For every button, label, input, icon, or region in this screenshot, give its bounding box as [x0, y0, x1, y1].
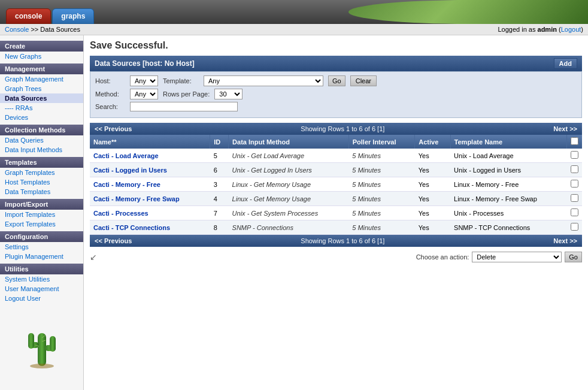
data-sources-table: Name** ID Data Input Method Poller Inter… [90, 135, 582, 235]
cell-active: Yes [415, 163, 450, 177]
showing-label-bottom: Showing Rows 1 to 6 of 6 [1] [301, 237, 384, 244]
cell-active: Yes [415, 192, 450, 206]
data-source-link[interactable]: Cacti - TCP Connections [93, 224, 170, 231]
search-label: Search: [95, 103, 125, 110]
cell-checkbox[interactable] [567, 163, 583, 177]
host-label: Host: [95, 77, 125, 84]
next-button-top[interactable]: Next >> [553, 125, 577, 132]
breadcrumb-console-link[interactable]: Console [5, 26, 29, 33]
sidebar-item-user-management[interactable]: User Management [0, 284, 83, 294]
main-content: Save Successful. Data Sources [host: No … [84, 35, 588, 390]
sidebar-item-graph-management[interactable]: Graph Management [0, 74, 83, 84]
cactus-icon [21, 315, 63, 369]
logged-in-label: Logged in as [498, 26, 535, 33]
cell-checkbox[interactable] [567, 177, 583, 192]
template-select[interactable]: Any [204, 75, 323, 86]
data-source-link[interactable]: Cacti - Load Average [93, 152, 159, 159]
prev-button-top[interactable]: << Previous [95, 125, 132, 132]
method-select[interactable]: Any [130, 89, 158, 99]
row-checkbox[interactable] [571, 208, 578, 216]
save-message: Save Successful. [90, 40, 582, 51]
col-interval: Poller Interval [348, 135, 415, 149]
sidebar-item-data-queries[interactable]: Data Queries [0, 135, 83, 145]
cell-id: 8 [210, 220, 229, 235]
cell-checkbox[interactable] [567, 192, 583, 206]
col-checkbox[interactable] [567, 135, 583, 149]
data-source-link[interactable]: Cacti - Logged in Users [93, 167, 167, 174]
next-button-bottom[interactable]: Next >> [553, 237, 577, 244]
col-method: Data Input Method [229, 135, 349, 149]
cell-checkbox[interactable] [567, 220, 583, 235]
row-checkbox[interactable] [571, 180, 578, 188]
ds-header-title: Data Sources [host: No Host] [95, 59, 195, 68]
row-checkbox[interactable] [571, 223, 578, 231]
row-checkbox[interactable] [571, 151, 578, 159]
header: console graphs [0, 0, 588, 24]
cell-interval: 5 Minutes [348, 192, 415, 206]
sidebar-item-data-input-methods[interactable]: Data Input Methods [0, 145, 83, 155]
username: admin [538, 26, 557, 33]
go-button-top[interactable]: Go [328, 75, 345, 86]
breadcrumb-current: Data Sources [40, 26, 80, 33]
clear-button[interactable]: Clear [350, 75, 377, 86]
cell-method: SNMP - Connections [229, 220, 349, 235]
sidebar-item-plugin-management[interactable]: Plugin Management [0, 252, 83, 261]
sidebar-item-logout-user[interactable]: Logout User [0, 294, 83, 303]
sidebar-item-graph-trees[interactable]: Graph Trees [0, 84, 83, 93]
search-input[interactable] [130, 102, 238, 111]
cell-id: 3 [210, 177, 229, 192]
corner-tool-icon[interactable]: ↙ [90, 252, 97, 262]
cell-name: Cacti - Memory - Free Swap [90, 192, 210, 206]
svg-rect-2 [28, 333, 34, 349]
sidebar-section-templates: Templates [0, 157, 83, 168]
cell-method: Unix - Get Logged In Users [229, 163, 349, 177]
sidebar-item-rras[interactable]: ---- RRAs [0, 103, 83, 113]
add-button[interactable]: Add [554, 58, 577, 69]
tab-console[interactable]: console [6, 8, 51, 24]
sidebar-item-devices[interactable]: Devices [0, 113, 83, 122]
sidebar-item-data-sources[interactable]: Data Sources [0, 93, 83, 103]
sidebar-item-host-templates[interactable]: Host Templates [0, 177, 83, 187]
cell-checkbox[interactable] [567, 149, 583, 163]
table-header: Name** ID Data Input Method Poller Inter… [90, 135, 582, 149]
sidebar-section-import-export: Import/Export [0, 199, 83, 210]
host-select[interactable]: Any [130, 75, 158, 86]
filter-row-3: Search: [95, 102, 577, 111]
svg-point-8 [30, 364, 54, 368]
data-source-link[interactable]: Cacti - Memory - Free Swap [93, 195, 180, 202]
rows-select[interactable]: 30 50 100 [214, 89, 243, 99]
sidebar: Create New Graphs Management Graph Manag… [0, 35, 84, 390]
row-checkbox[interactable] [571, 194, 578, 202]
action-area: Choose an action: Delete Go [416, 252, 582, 262]
sidebar-item-system-utilities[interactable]: System Utilities [0, 274, 83, 284]
cell-method: Unix - Get System Processes [229, 206, 349, 220]
cell-template: Unix - Load Average [450, 149, 566, 163]
svg-rect-0 [38, 333, 46, 366]
sidebar-item-graph-templates[interactable]: Graph Templates [0, 168, 83, 177]
select-all-checkbox[interactable] [571, 137, 578, 145]
cell-template: Linux - Memory - Free [450, 177, 566, 192]
sidebar-item-data-templates[interactable]: Data Templates [0, 187, 83, 196]
data-source-link[interactable]: Cacti - Processes [93, 210, 148, 217]
table-row: Cacti - TCP Connections 8 SNMP - Connect… [90, 220, 582, 235]
sidebar-item-new-graphs[interactable]: New Graphs [0, 52, 83, 61]
prev-button-bottom[interactable]: << Previous [95, 237, 132, 244]
sidebar-item-export-templates[interactable]: Export Templates [0, 219, 83, 229]
svg-rect-4 [50, 336, 56, 352]
breadcrumb-path: Console >> Data Sources [5, 26, 80, 33]
sidebar-item-import-templates[interactable]: Import Templates [0, 210, 83, 219]
table-row: Cacti - Memory - Free 3 Linux - Get Memo… [90, 177, 582, 192]
action-go-button[interactable]: Go [565, 252, 582, 262]
sidebar-item-settings[interactable]: Settings [0, 242, 83, 252]
data-source-link[interactable]: Cacti - Memory - Free [93, 181, 160, 188]
cell-checkbox[interactable] [567, 206, 583, 220]
logout-link[interactable]: Logout [561, 26, 581, 33]
filter-row-2: Method: Any Rows per Page: 30 50 100 [95, 89, 577, 99]
row-checkbox[interactable] [571, 165, 578, 173]
table-row: Cacti - Load Average 5 Unix - Get Load A… [90, 149, 582, 163]
sidebar-section-collection-methods: Collection Methods [0, 125, 83, 135]
table-nav-top: << Previous Showing Rows 1 to 6 of 6 [1]… [90, 123, 582, 135]
tab-graphs[interactable]: graphs [52, 8, 94, 24]
action-select[interactable]: Delete [472, 252, 562, 262]
cell-active: Yes [415, 206, 450, 220]
